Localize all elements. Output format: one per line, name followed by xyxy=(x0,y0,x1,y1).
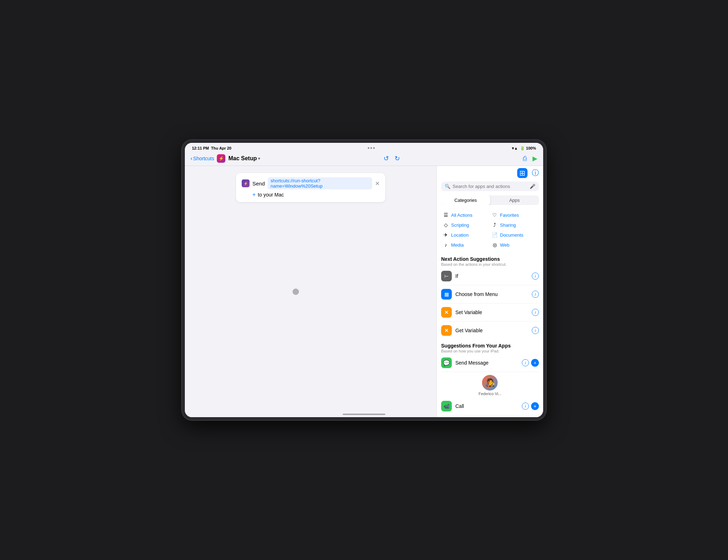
next-actions-subtitle: Based on the actions in your shortcut. xyxy=(441,262,539,266)
app-suggestions-title: Suggestions From Your Apps xyxy=(441,343,539,349)
action-get-variable[interactable]: ✕ Get Variable i xyxy=(441,322,539,339)
action-set-variable[interactable]: ✕ Set Variable i xyxy=(441,303,539,322)
action-get-variable-label: Get Variable xyxy=(455,328,483,333)
share-button[interactable]: ⎙ xyxy=(523,155,527,162)
shortcut-app-icon: ⚡ xyxy=(217,154,225,163)
choose-menu-info-button[interactable]: i xyxy=(532,291,539,298)
call-add-button[interactable]: + xyxy=(531,402,539,410)
send-message-add-button[interactable]: + xyxy=(531,359,539,367)
contact-name: Federico Vi... xyxy=(478,392,502,396)
app-suggestions-subtitle: Based on how you use your iPad. xyxy=(441,349,539,353)
mic-icon[interactable]: 🎤 xyxy=(530,184,535,189)
category-label: Media xyxy=(451,242,464,248)
action-item-left: ✕ Get Variable xyxy=(441,325,483,336)
action-send-label: Send xyxy=(252,181,265,187)
sidebar-top-icons: ⊞ ⓘ xyxy=(437,166,543,179)
main-content: ⚡ Send shortcuts://run-shortcut?name=Win… xyxy=(185,166,543,417)
canvas-dot xyxy=(293,289,299,295)
nav-back-button[interactable]: ‹ Shortcuts xyxy=(191,155,214,162)
ipad-frame: 12:11 PM Thu Apr 20 ••• ▾▲ 🔋 100% ‹ Shor… xyxy=(182,140,546,420)
action-item-left: ▦ Choose from Menu xyxy=(441,289,498,300)
ellipsis-icon: ••• xyxy=(368,145,376,151)
action-row-top: ⚡ Send shortcuts://run-shortcut?name=Win… xyxy=(242,177,380,189)
category-label: Scripting xyxy=(451,222,469,228)
category-label: Sharing xyxy=(500,222,516,228)
get-variable-icon: ✕ xyxy=(441,325,452,336)
category-sharing[interactable]: ⤴ Sharing xyxy=(490,220,539,230)
category-label: All Actions xyxy=(451,212,472,218)
action-set-variable-label: Set Variable xyxy=(455,309,482,315)
action-plus-icon[interactable]: + xyxy=(252,192,256,198)
category-all-actions[interactable]: ☰ All Actions xyxy=(441,210,490,220)
search-input[interactable] xyxy=(453,184,528,189)
suggestion-left: 💬 Send Message xyxy=(441,357,488,368)
nav-title: Mac Setup ▾ xyxy=(228,155,260,162)
category-grid: ☰ All Actions ♡ Favorites ◇ Scripting ⤴ … xyxy=(437,207,543,253)
media-icon: ♪ xyxy=(443,242,449,248)
back-arrow-icon: ‹ xyxy=(191,155,192,162)
run-button[interactable]: ▶ xyxy=(532,155,537,162)
next-actions-list: ⊢ If i ▦ Choose from Menu i xyxy=(437,267,543,339)
send-message-info-button[interactable]: i xyxy=(522,359,529,366)
call-label: Call xyxy=(455,403,464,409)
search-icon: 🔍 xyxy=(445,184,450,189)
action-if[interactable]: ⊢ If i xyxy=(441,267,539,285)
redo-button[interactable]: ↻ xyxy=(395,155,400,162)
info-icon[interactable]: ⓘ xyxy=(532,168,539,178)
messages-icon: 💬 xyxy=(441,357,452,368)
set-variable-info-button[interactable]: i xyxy=(532,309,539,316)
set-variable-icon: ✕ xyxy=(441,307,452,318)
category-location[interactable]: ✈ Location xyxy=(441,230,490,240)
suggestion-left: 📹 Call xyxy=(441,401,464,411)
status-center: ••• xyxy=(368,145,376,151)
favorites-icon: ♡ xyxy=(492,212,498,218)
category-label: Documents xyxy=(500,232,524,238)
action-choose-menu[interactable]: ▦ Choose from Menu i xyxy=(441,285,539,303)
category-media[interactable]: ♪ Media xyxy=(441,240,490,250)
get-variable-info-button[interactable]: i xyxy=(532,327,539,334)
next-actions-header: Next Action Suggestions Based on the act… xyxy=(437,253,543,267)
home-indicator xyxy=(343,414,385,415)
tab-categories[interactable]: Categories xyxy=(441,195,490,205)
action-row-bottom: + to your Mac xyxy=(242,192,380,198)
action-choose-menu-label: Choose from Menu xyxy=(455,291,498,297)
action-url-chip[interactable]: shortcuts://run-shortcut?name=Window%20S… xyxy=(268,177,372,189)
wifi-icon: ▾▲ xyxy=(512,146,518,151)
web-icon: ◎ xyxy=(492,242,498,248)
action-item-left: ✕ Set Variable xyxy=(441,307,482,318)
sidebar: ⊞ ⓘ 🔍 🎤 Categories Apps xyxy=(437,166,543,417)
action-to-label: to your Mac xyxy=(258,192,284,198)
nav-center: ↺ ↻ xyxy=(384,155,400,162)
tab-apps[interactable]: Apps xyxy=(490,195,539,205)
suggestion-right: i + xyxy=(522,359,539,367)
location-icon: ✈ xyxy=(443,232,449,238)
search-bar[interactable]: 🔍 🎤 xyxy=(441,182,539,191)
app-suggestions-header: Suggestions From Your Apps Based on how … xyxy=(437,339,543,354)
category-scripting[interactable]: ◇ Scripting xyxy=(441,220,490,230)
contact-item[interactable]: 🧑‍🎤 Federico Vi... xyxy=(478,375,502,396)
contact-row: 🧑‍🎤 Federico Vi... xyxy=(441,372,539,397)
action-app-icon: ⚡ xyxy=(242,179,250,187)
category-label: Location xyxy=(451,232,469,238)
action-if-label: If xyxy=(455,273,458,279)
contact-avatar: 🧑‍🎤 xyxy=(482,375,498,391)
action-close-button[interactable]: ✕ xyxy=(375,180,380,187)
suggestion-send-message[interactable]: 💬 Send Message i + xyxy=(441,354,539,372)
all-actions-icon: ☰ xyxy=(443,212,449,218)
status-bar: 12:11 PM Thu Apr 20 ••• ▾▲ 🔋 100% xyxy=(185,143,543,153)
category-favorites[interactable]: ♡ Favorites xyxy=(490,210,539,220)
add-action-icon[interactable]: ⊞ xyxy=(517,168,528,178)
nav-chevron-icon: ▾ xyxy=(258,156,260,161)
if-info-button[interactable]: i xyxy=(532,273,539,280)
undo-button[interactable]: ↺ xyxy=(384,155,389,162)
category-documents[interactable]: 📄 Documents xyxy=(490,230,539,240)
suggestion-call[interactable]: 📹 Call i + xyxy=(441,397,539,415)
app-suggestions-list: 💬 Send Message i + 🧑‍🎤 xyxy=(437,354,543,415)
category-web[interactable]: ◎ Web xyxy=(490,240,539,250)
app-container: ‹ Shortcuts ⚡ Mac Setup ▾ ↺ ↻ ⎙ ▶ xyxy=(185,153,543,417)
next-actions-title: Next Action Suggestions xyxy=(441,256,539,262)
action-row-content: ⚡ Send shortcuts://run-shortcut?name=Win… xyxy=(242,177,372,189)
back-label: Shortcuts xyxy=(193,156,214,161)
call-info-button[interactable]: i xyxy=(522,403,529,410)
nav-right: ⎙ ▶ xyxy=(523,155,537,162)
